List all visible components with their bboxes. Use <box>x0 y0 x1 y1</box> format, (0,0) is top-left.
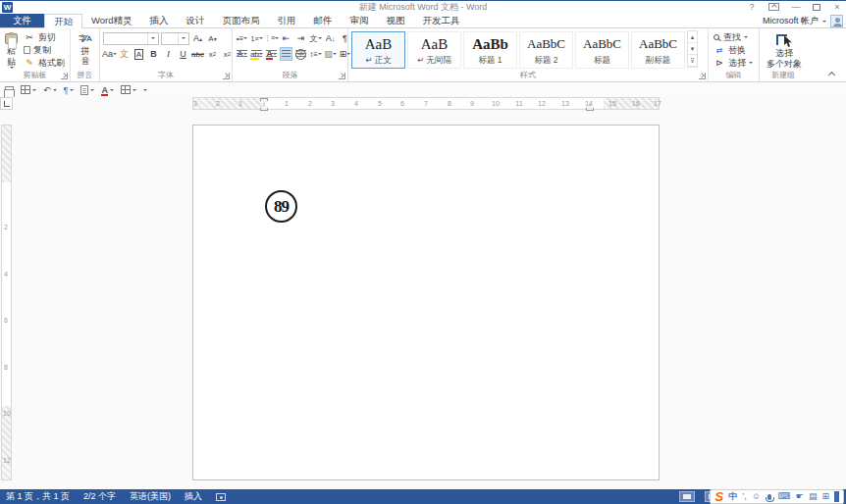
justify-button[interactable] <box>280 47 292 61</box>
tab-view[interactable]: 视图 <box>378 14 414 27</box>
hand-input-icon[interactable]: ☛ <box>796 490 804 503</box>
insert-mode-indicator[interactable]: 插入 <box>185 490 202 503</box>
increase-indent-button[interactable]: ⇥ <box>294 31 307 45</box>
format-painter-button[interactable]: ✎格式刷 <box>22 57 67 69</box>
qat-page-button[interactable] <box>79 83 96 96</box>
group-paragraph: •≡ 1≡ ⋮≡ ⇤ ⇥ 文 A↓ ¶ ↕≡ ▨ ⊞ 段落 <box>233 28 348 81</box>
shading-button[interactable]: ▨ <box>324 47 337 61</box>
style-normal[interactable]: AaB ↵ 正文 <box>351 31 405 69</box>
paragraph-dialog-launcher[interactable] <box>339 73 345 79</box>
tab-review[interactable]: 审阅 <box>342 14 378 27</box>
qat-customize-button[interactable] <box>141 83 149 96</box>
style-scroll-down-icon[interactable]: ▼ <box>688 43 697 55</box>
align-left-button[interactable] <box>236 47 248 61</box>
document-page[interactable]: 89 <box>192 125 660 480</box>
line-spacing-button[interactable]: ↕≡ <box>309 47 322 61</box>
italic-button[interactable]: I <box>162 47 175 61</box>
tab-insert[interactable]: 插入 <box>141 14 178 27</box>
restore-icon[interactable] <box>813 4 820 11</box>
ruler-number: 3 <box>193 100 197 107</box>
underline-button[interactable]: U <box>177 47 189 61</box>
font-size-combobox[interactable] <box>161 32 189 45</box>
collapse-ribbon-icon[interactable] <box>828 72 835 78</box>
style-more-icon[interactable]: ⊽ <box>688 55 697 67</box>
grow-font-button[interactable]: A▴ <box>191 31 204 45</box>
document-workspace[interactable]: 3 2 1 1 2 3 4 5 6 7 8 9 10 11 12 13 14 1… <box>0 97 846 489</box>
pinyin-button[interactable]: 字A ✓ 拼音 <box>74 30 97 70</box>
ribbon-display-options-icon[interactable] <box>768 3 779 11</box>
multilevel-list-button[interactable]: ⋮≡ <box>265 31 278 45</box>
style-heading1[interactable]: AaBb 标题 1 <box>463 31 517 69</box>
bold-button[interactable]: B <box>147 47 160 61</box>
word-count[interactable]: 2/2 个字 <box>83 490 116 503</box>
qat-undo-button[interactable]: ↶ <box>41 83 59 96</box>
style-heading2[interactable]: AaBbC 标题 2 <box>519 31 573 69</box>
replace-button[interactable]: ⇄替换 <box>712 44 756 56</box>
bullets-button[interactable]: •≡ <box>236 31 248 45</box>
tab-references[interactable]: 引用 <box>269 14 305 27</box>
phonetic-guide-button[interactable]: 文 <box>118 47 131 61</box>
style-scroll-up-icon[interactable]: ▲ <box>688 31 697 43</box>
character-border-button[interactable]: A <box>132 47 145 61</box>
numbering-button[interactable]: 1≡ <box>250 31 263 45</box>
tab-home[interactable]: 开始 <box>44 14 82 28</box>
qat-grid-button[interactable] <box>119 83 138 96</box>
distribute-button[interactable] <box>294 47 307 61</box>
qat-format-button[interactable]: ¶ <box>62 83 77 96</box>
select-multiple-objects-button[interactable]: 选择多个对象 <box>763 30 806 70</box>
clipboard-dialog-launcher[interactable] <box>61 73 68 79</box>
align-center-button[interactable] <box>250 47 263 61</box>
ime-language-toggle[interactable]: 中 <box>728 490 737 503</box>
align-right-button[interactable] <box>265 47 278 61</box>
select-button[interactable]: ⊳选择 <box>712 57 756 69</box>
change-case-button[interactable]: Aa <box>103 47 116 61</box>
tab-word-genie[interactable]: Word精灵 <box>82 14 141 27</box>
toolbox-icon[interactable]: ⊞ <box>821 490 829 503</box>
tab-mailings[interactable]: 邮件 <box>305 14 342 27</box>
style-gallery-scroll[interactable]: ▲ ▼ ⊽ <box>687 30 698 68</box>
vertical-ruler[interactable]: 2 4 6 8 10 12 <box>0 97 13 489</box>
macro-record-icon[interactable] <box>216 493 226 501</box>
read-mode-view-icon[interactable] <box>679 491 695 502</box>
paste-button[interactable]: 粘贴 <box>3 30 20 70</box>
tab-file[interactable]: 文件 <box>0 14 44 27</box>
copy-button[interactable]: 复制 <box>22 44 67 56</box>
tab-page-layout[interactable]: 页面布局 <box>214 14 269 27</box>
tab-selector[interactable] <box>0 97 13 110</box>
tab-developer[interactable]: 开发工具 <box>414 14 469 27</box>
strikethrough-button[interactable]: abc <box>191 47 204 61</box>
tab-design[interactable]: 设计 <box>178 14 214 27</box>
shrink-font-button[interactable]: A▾ <box>206 31 219 45</box>
cut-button[interactable]: ✂剪切 <box>22 31 67 43</box>
help-icon[interactable]: ? <box>745 2 759 12</box>
decrease-indent-button[interactable]: ⇤ <box>280 31 292 45</box>
avatar[interactable] <box>830 15 843 27</box>
asian-layout-button[interactable]: 文 <box>309 31 322 45</box>
qat-table-button[interactable] <box>19 83 38 96</box>
language-indicator[interactable]: 英语(美国) <box>130 490 171 503</box>
soft-keyboard-icon[interactable]: ⌨ <box>778 490 791 503</box>
sort-button[interactable]: A↓ <box>324 31 337 45</box>
subscript-button[interactable]: x2 <box>206 47 219 61</box>
account-area[interactable]: Microsoft 帐户 <box>763 14 843 28</box>
style-subtitle[interactable]: AaBbC 副标题 <box>631 31 685 69</box>
horizontal-ruler[interactable]: 3 2 1 1 2 3 4 5 6 7 8 9 10 11 12 13 14 1… <box>192 97 660 110</box>
enclosed-character[interactable]: 89 <box>265 190 297 223</box>
emoji-icon[interactable]: ☺ <box>752 490 761 503</box>
ime-edge-handle[interactable] <box>834 491 839 502</box>
skin-icon[interactable]: ▤ <box>809 490 818 503</box>
font-dialog-launcher[interactable] <box>223 73 230 79</box>
ime-punctuation-toggle[interactable]: ’, <box>742 490 747 503</box>
page-indicator[interactable]: 第 1 页，共 1 页 <box>6 490 70 503</box>
sogou-logo-icon[interactable]: S <box>714 490 723 503</box>
minimize-icon[interactable]: — <box>789 2 803 12</box>
style-no-spacing[interactable]: AaB ↵ 无间隔 <box>407 31 461 69</box>
microphone-icon[interactable] <box>767 494 771 500</box>
font-name-combobox[interactable] <box>103 32 159 45</box>
close-icon[interactable]: × <box>830 2 844 12</box>
style-title[interactable]: AaBbC 标题 <box>575 31 629 69</box>
find-button[interactable]: 查找 <box>712 31 756 43</box>
styles-dialog-launcher[interactable] <box>699 73 706 79</box>
qat-switch-windows-button[interactable] <box>3 83 16 96</box>
qat-font-color-button[interactable]: A <box>99 83 116 96</box>
